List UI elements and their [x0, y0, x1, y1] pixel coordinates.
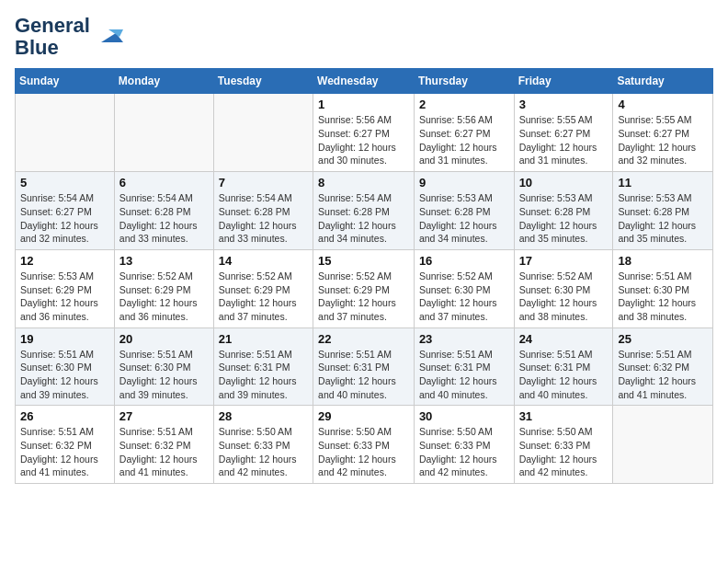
- day-cell: 24Sunrise: 5:51 AMSunset: 6:31 PMDayligh…: [514, 327, 613, 406]
- day-info: Sunrise: 5:53 AMSunset: 6:28 PMDaylight:…: [618, 191, 708, 246]
- day-number: 18: [618, 254, 708, 268]
- day-number: 10: [519, 176, 609, 190]
- day-number: 12: [20, 254, 109, 268]
- day-info: Sunrise: 5:50 AMSunset: 6:33 PMDaylight:…: [519, 425, 609, 479]
- logo-icon: [94, 20, 123, 50]
- week-row-3: 12Sunrise: 5:53 AMSunset: 6:29 PMDayligh…: [16, 249, 713, 327]
- day-cell: 5Sunrise: 5:54 AMSunset: 6:27 PMDaylight…: [16, 172, 115, 250]
- day-info: Sunrise: 5:50 AMSunset: 6:33 PMDaylight:…: [318, 425, 409, 479]
- day-number: 26: [20, 409, 109, 423]
- day-number: 2: [419, 98, 509, 111]
- day-info: Sunrise: 5:52 AMSunset: 6:30 PMDaylight:…: [419, 270, 509, 324]
- day-cell: 7Sunrise: 5:54 AMSunset: 6:28 PMDaylight…: [213, 172, 313, 250]
- day-info: Sunrise: 5:54 AMSunset: 6:28 PMDaylight:…: [318, 191, 409, 246]
- week-row-5: 26Sunrise: 5:51 AMSunset: 6:32 PMDayligh…: [16, 406, 713, 484]
- day-cell: 1Sunrise: 5:56 AMSunset: 6:27 PMDaylight…: [313, 94, 415, 172]
- header-cell-tuesday: Tuesday: [213, 69, 313, 94]
- day-info: Sunrise: 5:55 AMSunset: 6:27 PMDaylight:…: [519, 113, 609, 167]
- day-cell: 20Sunrise: 5:51 AMSunset: 6:30 PMDayligh…: [114, 327, 213, 406]
- calendar-header-row: SundayMondayTuesdayWednesdayThursdayFrid…: [16, 69, 713, 94]
- day-info: Sunrise: 5:51 AMSunset: 6:31 PMDaylight:…: [519, 348, 609, 402]
- day-number: 4: [618, 98, 708, 111]
- day-number: 8: [318, 176, 409, 190]
- day-info: Sunrise: 5:52 AMSunset: 6:29 PMDaylight:…: [219, 270, 308, 324]
- day-number: 7: [219, 176, 308, 190]
- day-number: 6: [119, 176, 209, 190]
- logo-text: GeneralBlue: [15, 15, 90, 59]
- day-number: 3: [519, 98, 609, 111]
- day-cell: 12Sunrise: 5:53 AMSunset: 6:29 PMDayligh…: [16, 249, 115, 327]
- day-cell: [213, 94, 313, 172]
- day-number: 22: [318, 332, 409, 346]
- day-cell: 2Sunrise: 5:56 AMSunset: 6:27 PMDaylight…: [414, 94, 514, 172]
- day-info: Sunrise: 5:54 AMSunset: 6:28 PMDaylight:…: [119, 191, 209, 246]
- day-number: 9: [419, 176, 509, 190]
- day-cell: 31Sunrise: 5:50 AMSunset: 6:33 PMDayligh…: [514, 406, 613, 484]
- day-info: Sunrise: 5:51 AMSunset: 6:31 PMDaylight:…: [318, 348, 409, 402]
- day-cell: 16Sunrise: 5:52 AMSunset: 6:30 PMDayligh…: [414, 249, 514, 327]
- day-info: Sunrise: 5:51 AMSunset: 6:30 PMDaylight:…: [20, 348, 109, 402]
- week-row-2: 5Sunrise: 5:54 AMSunset: 6:27 PMDaylight…: [16, 172, 713, 250]
- day-cell: 23Sunrise: 5:51 AMSunset: 6:31 PMDayligh…: [414, 327, 514, 406]
- day-number: 21: [219, 332, 308, 346]
- day-info: Sunrise: 5:51 AMSunset: 6:30 PMDaylight:…: [618, 270, 708, 324]
- day-cell: [16, 94, 115, 172]
- day-cell: 18Sunrise: 5:51 AMSunset: 6:30 PMDayligh…: [613, 249, 713, 327]
- header-cell-saturday: Saturday: [613, 69, 713, 94]
- day-cell: 11Sunrise: 5:53 AMSunset: 6:28 PMDayligh…: [613, 172, 713, 250]
- day-cell: 8Sunrise: 5:54 AMSunset: 6:28 PMDaylight…: [313, 172, 415, 250]
- day-info: Sunrise: 5:52 AMSunset: 6:30 PMDaylight:…: [519, 270, 609, 324]
- day-cell: [613, 406, 713, 484]
- day-number: 19: [20, 332, 109, 346]
- header-cell-friday: Friday: [514, 69, 613, 94]
- day-cell: 9Sunrise: 5:53 AMSunset: 6:28 PMDaylight…: [414, 172, 514, 250]
- day-number: 25: [618, 332, 708, 346]
- day-number: 11: [618, 176, 708, 190]
- header-cell-sunday: Sunday: [16, 69, 115, 94]
- day-info: Sunrise: 5:51 AMSunset: 6:32 PMDaylight:…: [20, 425, 109, 479]
- day-info: Sunrise: 5:53 AMSunset: 6:28 PMDaylight:…: [419, 191, 509, 246]
- day-number: 16: [419, 254, 509, 268]
- day-info: Sunrise: 5:51 AMSunset: 6:32 PMDaylight:…: [119, 425, 209, 479]
- day-info: Sunrise: 5:54 AMSunset: 6:28 PMDaylight:…: [219, 191, 308, 246]
- day-info: Sunrise: 5:51 AMSunset: 6:31 PMDaylight:…: [219, 348, 308, 402]
- day-cell: 17Sunrise: 5:52 AMSunset: 6:30 PMDayligh…: [514, 249, 613, 327]
- day-number: 20: [119, 332, 209, 346]
- day-info: Sunrise: 5:52 AMSunset: 6:29 PMDaylight:…: [119, 270, 209, 324]
- day-number: 5: [20, 176, 109, 190]
- day-info: Sunrise: 5:55 AMSunset: 6:27 PMDaylight:…: [618, 113, 708, 167]
- day-info: Sunrise: 5:52 AMSunset: 6:29 PMDaylight:…: [318, 270, 409, 324]
- day-info: Sunrise: 5:56 AMSunset: 6:27 PMDaylight:…: [318, 113, 409, 167]
- calendar-table: SundayMondayTuesdayWednesdayThursdayFrid…: [15, 68, 713, 484]
- week-row-4: 19Sunrise: 5:51 AMSunset: 6:30 PMDayligh…: [16, 327, 713, 406]
- header-cell-wednesday: Wednesday: [313, 69, 415, 94]
- day-number: 17: [519, 254, 609, 268]
- day-cell: 29Sunrise: 5:50 AMSunset: 6:33 PMDayligh…: [313, 406, 415, 484]
- week-row-1: 1Sunrise: 5:56 AMSunset: 6:27 PMDaylight…: [16, 94, 713, 172]
- day-number: 28: [219, 409, 308, 423]
- day-info: Sunrise: 5:53 AMSunset: 6:28 PMDaylight:…: [519, 191, 609, 246]
- day-cell: 21Sunrise: 5:51 AMSunset: 6:31 PMDayligh…: [213, 327, 313, 406]
- day-cell: [114, 94, 213, 172]
- day-info: Sunrise: 5:54 AMSunset: 6:27 PMDaylight:…: [20, 191, 109, 246]
- day-number: 30: [419, 409, 509, 423]
- day-info: Sunrise: 5:51 AMSunset: 6:31 PMDaylight:…: [419, 348, 509, 402]
- day-info: Sunrise: 5:51 AMSunset: 6:32 PMDaylight:…: [618, 348, 708, 402]
- day-number: 23: [419, 332, 509, 346]
- day-cell: 25Sunrise: 5:51 AMSunset: 6:32 PMDayligh…: [613, 327, 713, 406]
- header-cell-thursday: Thursday: [414, 69, 514, 94]
- header-cell-monday: Monday: [114, 69, 213, 94]
- day-number: 13: [119, 254, 209, 268]
- day-info: Sunrise: 5:56 AMSunset: 6:27 PMDaylight:…: [419, 113, 509, 167]
- day-cell: 3Sunrise: 5:55 AMSunset: 6:27 PMDaylight…: [514, 94, 613, 172]
- day-number: 1: [318, 98, 409, 111]
- day-number: 31: [519, 409, 609, 423]
- day-cell: 6Sunrise: 5:54 AMSunset: 6:28 PMDaylight…: [114, 172, 213, 250]
- day-cell: 26Sunrise: 5:51 AMSunset: 6:32 PMDayligh…: [16, 406, 115, 484]
- day-number: 14: [219, 254, 308, 268]
- day-info: Sunrise: 5:53 AMSunset: 6:29 PMDaylight:…: [20, 270, 109, 324]
- day-number: 29: [318, 409, 409, 423]
- day-cell: 4Sunrise: 5:55 AMSunset: 6:27 PMDaylight…: [613, 94, 713, 172]
- day-cell: 13Sunrise: 5:52 AMSunset: 6:29 PMDayligh…: [114, 249, 213, 327]
- day-info: Sunrise: 5:50 AMSunset: 6:33 PMDaylight:…: [219, 425, 308, 479]
